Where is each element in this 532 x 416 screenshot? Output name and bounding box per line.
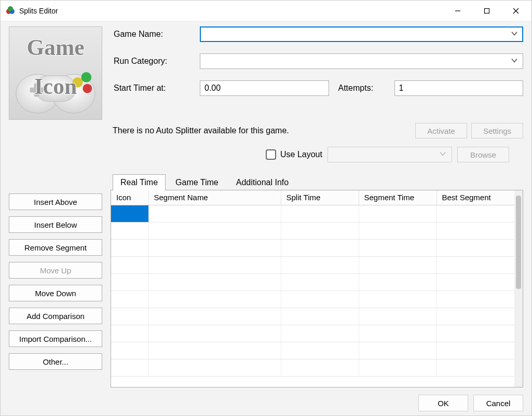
tab-additional-info[interactable]: Additional Info [228,174,296,190]
cell-name[interactable] [148,359,281,376]
col-split-time[interactable]: Split Time [281,190,359,205]
cell-name[interactable] [148,239,281,256]
cell-segment[interactable] [359,256,436,273]
col-segment-name[interactable]: Segment Name [148,190,281,205]
activate-button[interactable]: Activate [415,123,467,138]
cell-split[interactable] [281,273,359,290]
cell-best[interactable] [436,239,514,256]
checkbox-icon [266,149,276,160]
cell-icon[interactable] [111,222,148,239]
cell-icon[interactable] [111,273,148,290]
table-row[interactable] [111,273,514,290]
cell-segment[interactable] [359,290,436,308]
cell-name[interactable] [148,273,281,290]
table-row[interactable] [111,290,514,308]
col-segment-time[interactable]: Segment Time [359,190,436,205]
table-row[interactable] [111,239,514,256]
cell-name[interactable] [148,222,281,239]
autosplitter-settings-button[interactable]: Settings [471,123,523,138]
cell-split[interactable] [281,290,359,308]
use-layout-label: Use Layout [280,150,322,159]
cell-segment[interactable] [359,222,436,239]
cell-best[interactable] [436,256,514,273]
cell-best[interactable] [436,308,514,325]
cell-best[interactable] [436,273,514,290]
col-icon[interactable]: Icon [111,190,148,205]
cell-split[interactable] [281,222,359,239]
close-button[interactable] [501,1,530,21]
col-best-segment[interactable]: Best Segment [436,190,514,205]
table-row[interactable] [111,342,514,359]
svg-point-2 [8,6,13,11]
layout-path-input[interactable] [328,147,452,162]
table-row[interactable] [111,256,514,273]
attempts-input[interactable] [394,80,524,96]
cell-name[interactable] [148,308,281,325]
insert-below-button[interactable]: Insert Below [9,216,102,233]
cell-best[interactable] [436,290,514,308]
table-row[interactable] [111,205,514,222]
cell-icon[interactable] [111,239,148,256]
scrollbar-thumb[interactable] [516,196,521,289]
maximize-button[interactable] [472,1,501,21]
cell-name[interactable] [148,256,281,273]
run-category-input[interactable] [200,53,523,69]
tab-real-time[interactable]: Real Time [113,174,166,190]
cell-name[interactable] [148,290,281,308]
cell-split[interactable] [281,205,359,222]
cell-best[interactable] [436,325,514,342]
minimize-button[interactable] [443,1,472,21]
cell-icon[interactable] [111,325,148,342]
cell-split[interactable] [281,239,359,256]
svg-rect-4 [485,8,489,13]
cell-name[interactable] [148,342,281,359]
cancel-button[interactable]: Cancel [473,395,523,411]
cell-segment[interactable] [359,273,436,290]
cell-segment[interactable] [359,239,436,256]
tab-game-time[interactable]: Game Time [168,174,226,190]
cell-icon[interactable] [111,308,148,325]
move-down-button[interactable]: Move Down [9,285,102,301]
start-timer-input[interactable] [200,80,329,96]
game-name-input[interactable] [200,26,523,42]
import-comparison-button[interactable]: Import Comparison... [9,330,102,347]
table-row[interactable] [111,222,514,239]
cell-split[interactable] [281,256,359,273]
cell-icon[interactable] [111,342,148,359]
cell-segment[interactable] [359,205,436,222]
other-button[interactable]: Other... [9,353,102,370]
table-row[interactable] [111,325,514,342]
cell-segment[interactable] [359,325,436,342]
cell-name[interactable] [148,325,281,342]
cell-icon[interactable] [111,205,148,222]
add-comparison-button[interactable]: Add Comparison [9,308,102,324]
cell-icon[interactable] [111,290,148,308]
cell-name[interactable] [148,205,281,222]
cell-best[interactable] [436,222,514,239]
cell-best[interactable] [436,342,514,359]
svg-point-14 [81,72,91,82]
cell-segment[interactable] [359,342,436,359]
segments-grid[interactable]: Icon Segment Name Split Time Segment Tim… [111,190,514,387]
cell-split[interactable] [281,308,359,325]
game-icon-placeholder[interactable]: Game Icon [9,26,102,120]
use-layout-checkbox[interactable]: Use Layout [266,149,322,160]
move-up-button[interactable]: Move Up [9,262,102,279]
cell-segment[interactable] [359,359,436,376]
browse-button[interactable]: Browse [457,147,509,162]
cell-icon[interactable] [111,256,148,273]
svg-text:Game: Game [26,35,84,60]
cell-best[interactable] [436,205,514,222]
table-row[interactable] [111,359,514,376]
insert-above-button[interactable]: Insert Above [9,193,102,210]
ok-button[interactable]: OK [418,395,468,411]
cell-split[interactable] [281,359,359,376]
remove-segment-button[interactable]: Remove Segment [9,239,102,256]
cell-segment[interactable] [359,308,436,325]
vertical-scrollbar[interactable] [514,190,523,387]
cell-icon[interactable] [111,359,148,376]
table-row[interactable] [111,308,514,325]
cell-best[interactable] [436,359,514,376]
cell-split[interactable] [281,325,359,342]
cell-split[interactable] [281,342,359,359]
